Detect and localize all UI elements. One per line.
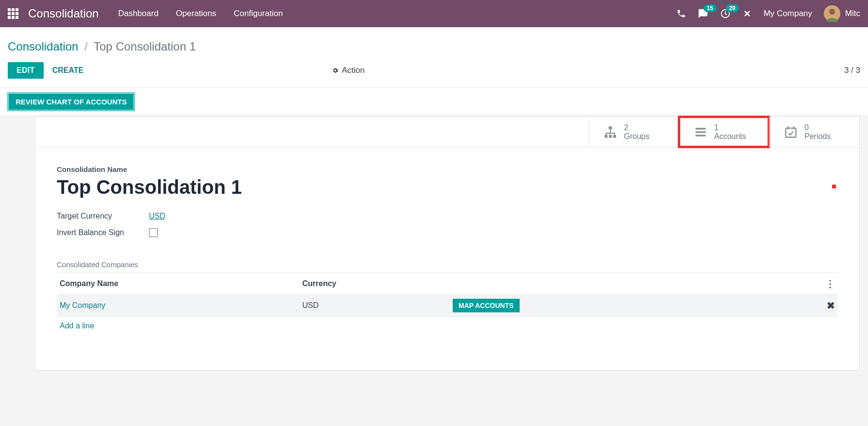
map-accounts-button[interactable]: MAP ACCOUNTS bbox=[453, 299, 520, 312]
svg-rect-6 bbox=[613, 135, 616, 137]
row-currency: USD bbox=[302, 301, 453, 310]
pager[interactable]: 3 / 3 bbox=[844, 66, 860, 75]
user-name: Mitc bbox=[845, 9, 860, 18]
field-invert-balance: Invert Balance Sign bbox=[57, 228, 838, 237]
invert-balance-checkbox[interactable] bbox=[149, 228, 158, 237]
target-currency-label: Target Currency bbox=[57, 212, 149, 221]
red-marker bbox=[832, 185, 836, 188]
company-selector[interactable]: My Company bbox=[764, 9, 812, 18]
messages-icon[interactable]: 15 bbox=[698, 8, 708, 19]
svg-rect-10 bbox=[786, 128, 796, 137]
edit-button[interactable]: EDIT bbox=[8, 62, 44, 79]
nav-links: Dashboard Operations Configuration bbox=[118, 9, 282, 18]
add-line-link[interactable]: Add a line bbox=[57, 317, 838, 335]
action-menu[interactable]: Action bbox=[332, 66, 364, 75]
action-label: Action bbox=[342, 66, 364, 75]
phone-icon[interactable] bbox=[676, 9, 686, 18]
stat-groups[interactable]: 2 Groups bbox=[589, 117, 679, 147]
breadcrumb-current: Top Consolidation 1 bbox=[94, 40, 196, 53]
messages-badge: 15 bbox=[704, 4, 717, 12]
breadcrumb-sep: / bbox=[84, 40, 88, 53]
activities-badge: 29 bbox=[726, 4, 739, 12]
close-icon[interactable] bbox=[742, 9, 752, 18]
row-company-name[interactable]: My Company bbox=[60, 301, 302, 310]
col-company-header: Company Name bbox=[60, 279, 302, 288]
stat-periods-count: 0 bbox=[804, 123, 831, 132]
topnav-right: 15 29 My Company Mitc bbox=[676, 5, 860, 22]
consolidated-companies-title: Consolidated Companies bbox=[57, 260, 838, 269]
stat-periods[interactable]: 0 Periods bbox=[769, 117, 859, 147]
stat-accounts-label: Accounts bbox=[714, 132, 746, 141]
svg-rect-3 bbox=[609, 126, 612, 129]
list-icon bbox=[694, 125, 707, 139]
table-header: Company Name Currency ⋮ bbox=[57, 273, 838, 295]
nav-link-configuration[interactable]: Configuration bbox=[234, 9, 283, 18]
stat-periods-label: Periods bbox=[804, 132, 831, 141]
nav-link-operations[interactable]: Operations bbox=[176, 9, 216, 18]
form-body: Consolidation Name Top Consolidation 1 T… bbox=[35, 148, 859, 370]
stat-accounts-count: 1 bbox=[714, 123, 746, 132]
control-row: EDIT CREATE Action 3 / 3 bbox=[0, 62, 868, 87]
nav-link-dashboard[interactable]: Dashboard bbox=[118, 9, 158, 18]
target-currency-value[interactable]: USD bbox=[149, 212, 165, 221]
activities-icon[interactable]: 29 bbox=[720, 8, 731, 19]
review-chart-button[interactable]: REVIEW CHART OF ACCOUNTS bbox=[8, 93, 134, 111]
form-sheet: 2 Groups 1 Accounts 0 Periods C bbox=[35, 116, 860, 371]
stat-accounts[interactable]: 1 Accounts bbox=[679, 117, 769, 147]
app-title: Consolidation bbox=[28, 7, 98, 20]
svg-point-2 bbox=[829, 9, 835, 15]
breadcrumb: Consolidation / Top Consolidation 1 bbox=[0, 35, 868, 62]
kebab-icon[interactable]: ⋮ bbox=[816, 278, 835, 290]
user-menu[interactable]: Mitc bbox=[824, 5, 860, 22]
stat-buttons: 2 Groups 1 Accounts 0 Periods bbox=[35, 117, 859, 148]
table-row: My Company USD MAP ACCOUNTS ✖ bbox=[57, 295, 838, 317]
sheet-wrap: 2 Groups 1 Accounts 0 Periods C bbox=[0, 116, 868, 390]
stat-groups-count: 2 bbox=[624, 123, 649, 132]
invert-balance-label: Invert Balance Sign bbox=[57, 228, 149, 237]
gear-icon bbox=[332, 67, 339, 74]
top-navbar: Consolidation Dashboard Operations Confi… bbox=[0, 0, 868, 27]
avatar bbox=[824, 5, 840, 22]
sitemap-icon bbox=[604, 125, 617, 139]
consolidation-name-value: Top Consolidation 1 bbox=[57, 176, 838, 198]
companies-table: Company Name Currency ⋮ My Company USD M… bbox=[57, 273, 838, 349]
field-target-currency: Target Currency USD bbox=[57, 212, 838, 221]
status-bar: REVIEW CHART OF ACCOUNTS bbox=[0, 87, 868, 116]
svg-rect-4 bbox=[605, 135, 607, 137]
create-button[interactable]: CREATE bbox=[44, 62, 93, 79]
apps-icon[interactable] bbox=[8, 8, 18, 19]
calendar-check-icon bbox=[784, 125, 798, 139]
stat-groups-label: Groups bbox=[624, 132, 649, 141]
breadcrumb-root[interactable]: Consolidation bbox=[8, 40, 78, 53]
consolidation-name-label: Consolidation Name bbox=[57, 165, 838, 173]
col-currency-header: Currency bbox=[302, 279, 453, 288]
row-actions: MAP ACCOUNTS bbox=[453, 299, 816, 312]
remove-row-icon[interactable]: ✖ bbox=[816, 300, 835, 311]
svg-rect-5 bbox=[609, 135, 612, 137]
content-head: Consolidation / Top Consolidation 1 EDIT… bbox=[0, 27, 868, 116]
